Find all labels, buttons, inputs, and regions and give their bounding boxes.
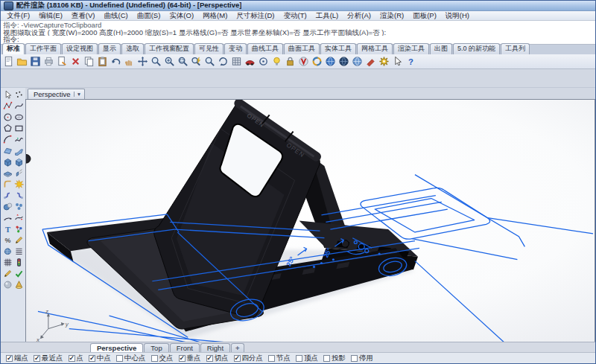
osnap-checkbox-点[interactable]	[69, 355, 75, 362]
export-page-icon[interactable]	[56, 55, 69, 68]
menu-item[interactable]: 曲面(S)	[133, 11, 165, 21]
paste-icon[interactable]	[96, 55, 109, 68]
point-tool-icon[interactable]	[13, 89, 24, 100]
lock-icon[interactable]	[284, 55, 297, 68]
arc-tool-icon[interactable]	[2, 134, 13, 144]
osnap-label[interactable]: 顶点	[304, 354, 318, 363]
sweep-tool-icon[interactable]	[13, 145, 24, 156]
arc-blend-tool-icon[interactable]	[2, 212, 13, 223]
osnap-label[interactable]: 切点	[215, 354, 229, 363]
osnap-label[interactable]: 投影	[332, 354, 346, 363]
osnap-checkbox-停用[interactable]	[351, 355, 358, 362]
menu-item[interactable]: 面板(P)	[408, 11, 441, 21]
vray-render-icon[interactable]	[297, 55, 310, 68]
toolbar-tab[interactable]: 选取	[121, 43, 144, 54]
move-icon[interactable]	[136, 55, 149, 68]
copy-icon[interactable]	[83, 55, 95, 68]
toolbar-tab[interactable]: 出图	[430, 43, 452, 54]
osnap-checkbox-端点[interactable]	[6, 355, 13, 362]
mesh-grid-tool-icon[interactable]	[2, 257, 13, 267]
toolbar-tab[interactable]: 曲面工具	[284, 43, 320, 54]
osnap-label[interactable]: 点	[77, 354, 84, 363]
new-viewport-tab-button[interactable]: +	[231, 343, 244, 352]
osnap-label[interactable]: 交点	[159, 354, 174, 363]
zoom-window-icon[interactable]	[177, 55, 189, 68]
rebuild-curve-tool-icon[interactable]	[13, 212, 24, 223]
render-mode-1-icon[interactable]	[324, 55, 337, 68]
osnap-label[interactable]: 中点	[97, 354, 111, 363]
toolbar-tab[interactable]: 曲线工具	[247, 43, 283, 54]
cone-tool-icon[interactable]	[13, 279, 24, 290]
sketch-tool-icon[interactable]	[2, 268, 13, 278]
osnap-checkbox-交点[interactable]	[151, 355, 158, 362]
render-mode-2-icon[interactable]	[337, 55, 350, 68]
surface-patch-tool-icon[interactable]	[2, 145, 13, 156]
rectangle-tool-icon[interactable]	[13, 123, 24, 133]
menu-item[interactable]: 曲线(C)	[99, 11, 132, 21]
viewport-tab-right[interactable]: Right	[200, 343, 230, 352]
curve-tool-icon[interactable]	[13, 100, 24, 111]
osnap-checkbox-节点[interactable]	[268, 355, 275, 362]
plane-slab-tool-icon[interactable]	[2, 167, 13, 178]
select-tool-icon[interactable]	[2, 89, 13, 100]
menu-item[interactable]: 变动(T)	[279, 11, 311, 21]
hinge-right-tool-icon[interactable]	[13, 190, 24, 200]
open-file-icon[interactable]	[16, 55, 28, 68]
osnap-checkbox-垂点[interactable]	[179, 355, 186, 362]
toolbar-tab[interactable]: 可见性	[194, 43, 224, 54]
osnap-label[interactable]: 端点	[14, 354, 28, 363]
point-cloud-tool-icon[interactable]	[13, 223, 24, 234]
viewport-canvas[interactable]: OPEN OPEN	[26, 100, 595, 342]
osnap-checkbox-顶点[interactable]	[296, 355, 302, 362]
menu-item[interactable]: 尺寸标注(D)	[232, 11, 279, 21]
pencil-tool-icon[interactable]	[13, 234, 24, 245]
chevron-down-icon[interactable]: ▼	[74, 92, 81, 97]
toolbar-tab[interactable]: 网格工具	[357, 43, 393, 54]
viewport-tab-front[interactable]: Front	[170, 343, 200, 352]
osnap-label[interactable]: 最近点	[42, 354, 63, 363]
toolbar-tab[interactable]: 工作视窗配置	[145, 43, 194, 54]
toolbar-tab[interactable]: 实体工具	[320, 43, 356, 54]
menu-item[interactable]: 编辑(E)	[34, 11, 67, 21]
print-icon[interactable]	[42, 55, 55, 68]
rotate-view-icon[interactable]	[217, 55, 229, 68]
extrude-tool-icon[interactable]	[13, 167, 24, 178]
select-cursor-icon[interactable]	[391, 55, 404, 68]
new-file-icon[interactable]	[2, 55, 15, 68]
menu-item[interactable]: 实体(O)	[165, 11, 198, 21]
hinge-left-tool-icon[interactable]	[2, 190, 13, 200]
toolbar-tab[interactable]: 工作平面	[25, 43, 61, 54]
fillet-tool-icon[interactable]	[2, 179, 13, 189]
freeform-curve-tool-icon[interactable]	[13, 134, 24, 144]
help-icon[interactable]: ?	[405, 55, 417, 68]
toolbar-tab[interactable]: 显示	[98, 43, 121, 54]
tool-red-icon[interactable]	[364, 55, 377, 68]
check-tool-icon[interactable]	[13, 268, 24, 278]
viewport-title-tab[interactable]: Perspective ▼	[28, 89, 85, 99]
named-view-car-icon[interactable]	[244, 55, 256, 68]
mesh-blob-tool-icon[interactable]	[2, 246, 13, 256]
toolbar-tab[interactable]: 标准	[2, 43, 25, 54]
pan-icon[interactable]	[123, 55, 136, 68]
viewport-tab-top[interactable]: Top	[144, 343, 168, 352]
polyline-tool-icon[interactable]	[2, 100, 13, 111]
menu-item[interactable]: 说明(H)	[441, 11, 474, 21]
zoom-in-icon[interactable]	[163, 55, 176, 68]
light-icon[interactable]	[270, 55, 283, 68]
command-prompt[interactable]: 指令:	[3, 36, 593, 43]
explode-tool-icon[interactable]	[13, 179, 24, 189]
zoom-selected-icon[interactable]	[203, 55, 216, 68]
osnap-checkbox-中点[interactable]	[89, 355, 95, 362]
boolean-spheres-tool-icon[interactable]	[2, 201, 13, 211]
menu-item[interactable]: 查看(V)	[67, 11, 100, 21]
osnap-checkbox-切点[interactable]	[206, 355, 213, 362]
ellipse-tool-icon[interactable]	[13, 112, 24, 122]
toolbar-tab[interactable]: 设定视图	[62, 43, 98, 54]
text-tool-icon[interactable]: T	[2, 223, 13, 234]
box-tool-icon[interactable]	[2, 156, 13, 167]
osnap-checkbox-四分点[interactable]	[234, 355, 241, 362]
options-gear-icon[interactable]	[378, 55, 390, 68]
zoom-extents-icon[interactable]	[190, 55, 203, 68]
osnap-label[interactable]: 四分点	[242, 354, 264, 363]
menu-item[interactable]: 工具(L)	[311, 11, 343, 21]
